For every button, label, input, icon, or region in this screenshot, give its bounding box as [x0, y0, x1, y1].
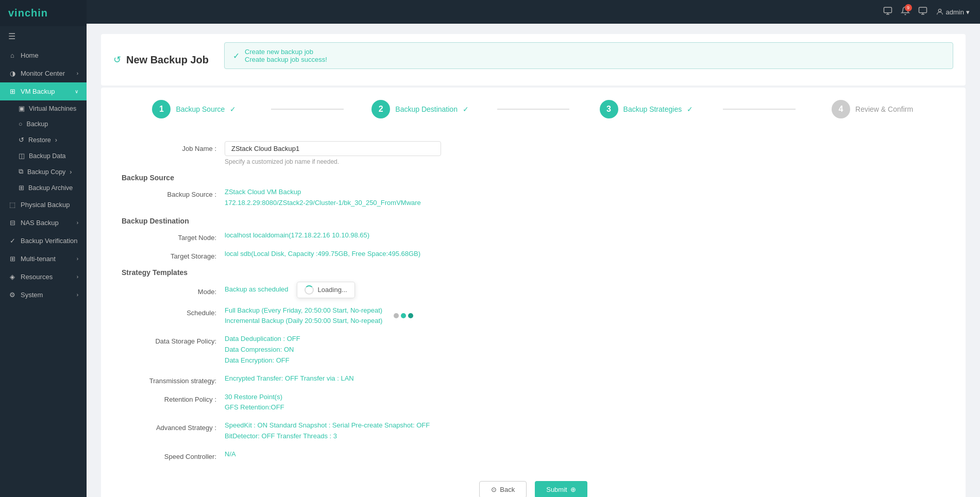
step-2: 2 Backup Destination ✓ [348, 100, 493, 118]
sidebar-item-backup-copy[interactable]: ⧉ Backup Copy › [0, 164, 87, 180]
transmission-val: Encrypted Transfer: OFF Transfer via : L… [225, 373, 945, 384]
sidebar-item-label: Resources [21, 273, 53, 281]
step-circle-3: 3 [600, 100, 618, 118]
sidebar-item-monitor-center[interactable]: ◑ Monitor Center › [0, 64, 87, 82]
sidebar-item-physical-backup[interactable]: ⬚ Physical Backup [0, 196, 87, 214]
speed-controller-value: N/A [225, 449, 945, 460]
step-1: 1 Backup Source ✓ [122, 100, 267, 118]
sidebar-item-label: Restore [28, 136, 51, 144]
multi-tenant-icon: ⊞ [8, 255, 16, 263]
sidebar-item-label: Physical Backup [21, 201, 70, 209]
step-circle-2: 2 [371, 100, 390, 118]
transmission-value: Encrypted Transfer: OFF Transfer via : L… [225, 373, 945, 384]
sidebar-item-backup-data[interactable]: ◫ Backup Data [0, 148, 87, 164]
schedule-line1: Full Backup (Every Friday, 20:50:00 Star… [225, 305, 382, 316]
step-check-3: ✓ [687, 105, 693, 113]
step-check-2: ✓ [463, 105, 469, 113]
schedule-line2: Incremental Backup (Daily 20:50:00 Start… [225, 316, 382, 327]
sidebar-item-backup-verification[interactable]: ✓ Backup Verification [0, 232, 87, 250]
backup-icon: ○ [19, 121, 23, 128]
logo-text: vinchin [8, 7, 48, 19]
page-header-icon: ↺ [113, 54, 121, 65]
retention-line2: GFS Retention:OFF [225, 402, 945, 413]
notifications-icon[interactable]: 9 [901, 6, 910, 18]
data-storage-label: Data Storage Policy: [122, 334, 225, 345]
submit-label: Submit [546, 486, 567, 493]
target-node-row: Target Node: localhost localdomain(172.1… [122, 230, 945, 242]
back-button[interactable]: ⊙ Back [479, 481, 527, 497]
step-label-3: Backup Strategies [623, 105, 682, 113]
backup-source-row: Backup Source : ZStack Cloud VM Backup 1… [122, 187, 945, 209]
backup-data-icon: ◫ [19, 152, 25, 160]
step-circle-1: 1 [152, 100, 171, 118]
job-name-value: Specify a customized job name if needed. [225, 141, 945, 165]
sidebar-item-multi-tenant[interactable]: ⊞ Multi-tenant › [0, 250, 87, 268]
sidebar-item-label: Backup Archive [28, 184, 73, 192]
backup-copy-icon: ⧉ [19, 168, 23, 176]
mode-val: Backup as scheduled [225, 284, 289, 295]
monitor-topbar-icon[interactable] [883, 6, 892, 18]
home-icon: ⌂ [8, 52, 16, 59]
sidebar-item-label: Monitor Center [21, 70, 65, 77]
sidebar-item-label: Backup Verification [21, 237, 78, 245]
sidebar: vinchin ☰ ⌂ Home ◑ Monitor Center › ⊞ VM… [0, 0, 87, 497]
chevron-right-icon: › [77, 71, 78, 76]
mode-label: Mode: [122, 284, 225, 296]
chevron-right-icon: › [77, 256, 78, 262]
svg-rect-1 [919, 7, 926, 13]
retention-value: 30 Restore Point(s) GFS Retention:OFF [225, 392, 945, 414]
advanced-label: Advanced Strategy : [122, 420, 225, 432]
advanced-line1: SpeedKit : ON Standard Snapshot : Serial… [225, 420, 945, 431]
user-dropdown-icon: ▾ [966, 8, 970, 16]
sidebar-item-nas-backup[interactable]: ⊟ NAS Backup › [0, 214, 87, 232]
sidebar-item-label: Backup Data [29, 152, 66, 160]
vm-icon: ▣ [19, 105, 25, 112]
data-storage-line3: Data Encryption: OFF [225, 355, 945, 366]
dots-indicator [394, 313, 413, 318]
step-label-4: Review & Confirm [855, 105, 913, 113]
mode-value: Backup as scheduled Loading... [225, 282, 945, 298]
backup-source-line1: ZStack Cloud VM Backup [225, 187, 945, 198]
sidebar-item-label: Virtual Machines [29, 105, 76, 112]
step-divider-3 [723, 109, 796, 110]
loading-overlay: Loading... [297, 282, 355, 298]
nas-backup-icon: ⊟ [8, 219, 16, 227]
sidebar-item-virtual-machines[interactable]: ▣ Virtual Machines [0, 100, 87, 116]
sidebar-item-label: System [21, 291, 43, 299]
sidebar-toggle[interactable]: ☰ [0, 26, 87, 46]
sidebar-item-home[interactable]: ⌂ Home [0, 46, 87, 64]
toast-notification: ✓ Create new backup job Create backup jo… [224, 42, 953, 69]
transmission-row: Transmission strategy: Encrypted Transfe… [122, 373, 945, 385]
submit-button[interactable]: Submit ⊕ [535, 481, 587, 497]
step-circle-4: 4 [832, 100, 850, 118]
chevron-right-icon: › [77, 292, 78, 298]
sidebar-item-resources[interactable]: ◈ Resources › [0, 268, 87, 286]
sidebar-item-restore[interactable]: ↺ Restore › [0, 132, 87, 148]
dot-2 [401, 313, 406, 318]
chevron-down-icon: ∨ [75, 89, 78, 94]
data-storage-line2: Data Compression: ON [225, 345, 945, 355]
footer-actions: ⊙ Back Submit ⊕ [122, 481, 945, 497]
chevron-right-icon: › [70, 168, 72, 176]
sidebar-item-label: Backup Copy [27, 168, 65, 176]
sidebar-item-backup-archive[interactable]: ⊞ Backup Archive [0, 180, 87, 196]
toast-line1: Create new backup job [245, 48, 327, 56]
advanced-row: Advanced Strategy : SpeedKit : ON Standa… [122, 420, 945, 442]
sidebar-item-system[interactable]: ⚙ System › [0, 286, 87, 304]
target-storage-row: Target Storage: local sdb(Local Disk, Ca… [122, 249, 945, 260]
schedule-lines: Full Backup (Every Friday, 20:50:00 Star… [225, 305, 382, 327]
svg-rect-0 [884, 7, 891, 13]
loading-text: Loading... [318, 286, 347, 294]
backup-source-label: Backup Source : [122, 187, 225, 198]
display-icon[interactable] [918, 6, 927, 18]
target-storage-val: local sdb(Local Disk, Capacity :499.75GB… [225, 249, 945, 260]
physical-backup-icon: ⬚ [8, 201, 16, 209]
backup-archive-icon: ⊞ [19, 184, 24, 192]
sidebar-item-backup[interactable]: ○ Backup [0, 116, 87, 132]
retention-row: Retention Policy : 30 Restore Point(s) G… [122, 392, 945, 414]
sidebar-item-vm-backup[interactable]: ⊞ VM Backup ∨ [0, 82, 87, 100]
form-container: Job Name : Specify a customized job name… [101, 129, 966, 497]
speed-controller-row: Speed Controller: N/A [122, 449, 945, 460]
user-menu[interactable]: admin ▾ [936, 8, 970, 16]
job-name-input[interactable] [225, 141, 441, 156]
